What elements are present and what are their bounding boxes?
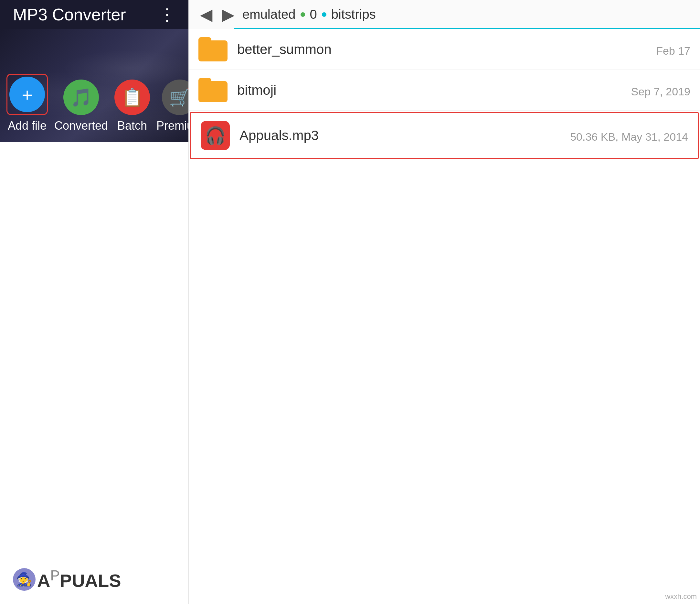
- path-dot-teal: [322, 12, 326, 17]
- forward-arrow[interactable]: ▶: [220, 4, 236, 26]
- converted-icon: 🎵: [71, 87, 92, 108]
- appuals-brand: 🧙 APPUALS: [13, 567, 121, 591]
- folder-icon-better-summon: [198, 37, 227, 62]
- mp3-icon-appuals: 🎧: [201, 121, 230, 150]
- add-file-circle: ＋: [9, 77, 45, 112]
- left-main-content: 🧙 APPUALS: [0, 142, 189, 604]
- add-file-button[interactable]: ＋ Add file: [6, 74, 48, 132]
- mascot-icon: 🧙: [13, 568, 35, 591]
- toolbar: ＋ Add file 🎵 Converted 📋 Batch: [0, 74, 189, 142]
- back-arrow[interactable]: ◀: [198, 4, 214, 26]
- file-item-bitmoji[interactable]: bitmoji Sep 7, 2019: [189, 70, 700, 111]
- right-panel: ◀ ▶ emulated 0 bitstrips better_summon F…: [189, 0, 700, 604]
- premium-button[interactable]: 🛒 Premium: [156, 79, 189, 132]
- file-info-bitmoji: bitmoji Sep 7, 2019: [237, 82, 690, 98]
- batch-button[interactable]: 📋 Batch: [115, 79, 150, 132]
- path-dot-green: [301, 12, 305, 17]
- batch-circle: 📋: [115, 79, 150, 115]
- breadcrumb-path: emulated 0 bitstrips: [242, 7, 690, 22]
- file-date-better-summon: Feb 17: [656, 45, 690, 57]
- converted-circle: 🎵: [63, 79, 99, 115]
- nav-underline: [234, 28, 700, 29]
- plus-icon: ＋: [19, 83, 36, 106]
- app-header: MP3 Converter ⋮: [0, 0, 189, 29]
- file-meta-row-appuals: Appuals.mp3 50.36 KB, May 31, 2014: [240, 128, 688, 143]
- premium-label: Premium: [156, 119, 189, 132]
- cart-icon: 🛒: [169, 87, 189, 108]
- file-list: better_summon Feb 17 bitmoji Sep 7, 2019…: [189, 29, 700, 604]
- file-name-better-summon: better_summon: [237, 42, 331, 57]
- file-meta-row-better-summon: better_summon Feb 17: [237, 42, 690, 57]
- file-info-appuals: Appuals.mp3 50.36 KB, May 31, 2014: [240, 128, 688, 143]
- file-item-better-summon[interactable]: better_summon Feb 17: [189, 29, 700, 70]
- add-file-label: Add file: [8, 119, 47, 132]
- appuals-logo-area: 🧙 APPUALS: [13, 567, 121, 591]
- file-name-appuals: Appuals.mp3: [240, 128, 319, 143]
- brand-puals: PUALS: [60, 571, 121, 591]
- file-item-appuals-mp3[interactable]: 🎧 Appuals.mp3 50.36 KB, May 31, 2014: [190, 112, 699, 159]
- batch-label: Batch: [117, 119, 147, 132]
- file-meta-row-bitmoji: bitmoji Sep 7, 2019: [237, 82, 690, 98]
- more-menu-icon[interactable]: ⋮: [159, 5, 175, 24]
- left-panel: MP3 Converter ⋮ ＋ Add file 🎵 Converted: [0, 0, 189, 604]
- add-file-wrapper: ＋: [6, 74, 48, 115]
- premium-circle: 🛒: [162, 79, 189, 115]
- app-title: MP3 Converter: [13, 5, 126, 24]
- converted-label: Converted: [54, 119, 108, 132]
- path-number: 0: [310, 7, 317, 22]
- file-name-bitmoji: bitmoji: [237, 82, 276, 98]
- file-meta-appuals: 50.36 KB, May 31, 2014: [570, 130, 688, 143]
- batch-icon: 📋: [122, 87, 143, 108]
- toolbar-background: ＋ Add file 🎵 Converted 📋 Batch: [0, 29, 189, 142]
- brand-text: APPUALS: [37, 567, 121, 591]
- brand-a: A: [37, 571, 50, 591]
- brand-superscript: P: [50, 567, 59, 583]
- headphone-icon: 🎧: [205, 126, 226, 145]
- watermark: wxxh.com: [665, 593, 697, 601]
- file-info-better-summon: better_summon Feb 17: [237, 42, 690, 57]
- path-emulated: emulated: [242, 7, 296, 22]
- file-date-bitmoji: Sep 7, 2019: [631, 86, 690, 98]
- file-nav-header: ◀ ▶ emulated 0 bitstrips: [189, 0, 700, 29]
- path-bitstrips: bitstrips: [331, 7, 376, 22]
- folder-icon-bitmoji: [198, 78, 227, 102]
- converted-button[interactable]: 🎵 Converted: [54, 79, 108, 132]
